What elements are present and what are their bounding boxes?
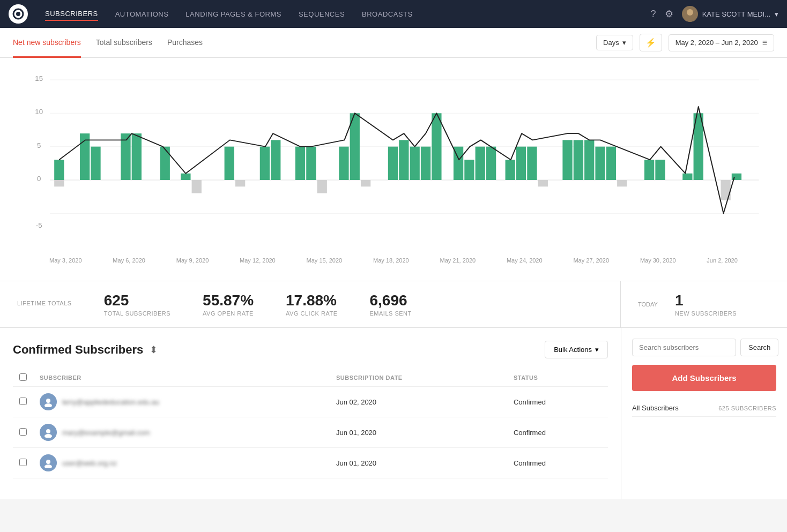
nav-item-subscribers[interactable]: SUBSCRIBERS (45, 8, 98, 21)
lifetime-stats: LIFETIME TOTALS 625 TOTAL SUBSCRIBERS 55… (0, 281, 621, 327)
chart-container: 15 10 5 0 -5 (17, 71, 770, 274)
search-input[interactable] (632, 339, 736, 356)
x-label-may6: May 6, 2020 (113, 257, 145, 264)
add-subscribers-button[interactable]: Add Subscribers (632, 365, 776, 391)
svg-rect-44 (516, 147, 526, 180)
user-menu[interactable]: KATE SCOTT MEDI... ▾ (682, 6, 778, 22)
nav-right-area: ? ⚙ KATE SCOTT MEDI... ▾ (651, 6, 778, 22)
svg-rect-31 (339, 147, 348, 180)
tab-purchases[interactable]: Purchases (167, 28, 203, 58)
svg-rect-51 (606, 147, 616, 180)
search-button[interactable]: Search (740, 339, 778, 356)
table-row[interactable]: mary@example@gmail.com Jun 01, 2020 Conf… (13, 417, 608, 448)
svg-rect-47 (562, 140, 572, 180)
status-cell: Confirmed (507, 448, 608, 478)
svg-point-63 (46, 460, 50, 464)
nav-item-broadcasts[interactable]: BROADCASTS (362, 8, 413, 20)
x-label-may18: May 18, 2020 (373, 257, 409, 264)
svg-rect-33 (361, 180, 370, 186)
dropdown-icon[interactable]: ▾ (775, 10, 778, 18)
svg-rect-45 (527, 147, 537, 180)
subscription-date: Jun 01, 2020 (330, 417, 507, 448)
svg-rect-16 (54, 180, 64, 186)
svg-rect-34 (388, 147, 398, 180)
navigation: SUBSCRIBERS AUTOMATIONS LANDING PAGES & … (0, 0, 787, 28)
svg-rect-41 (476, 147, 485, 180)
svg-point-3 (687, 9, 693, 16)
svg-rect-46 (538, 180, 548, 186)
x-label-jun2: Jun 2, 2020 (707, 257, 738, 264)
filter-button[interactable]: ⚡ (640, 34, 662, 51)
table-row[interactable]: user@web.org.nz Jun 01, 2020 Confirmed (13, 448, 608, 478)
avg-open-rate-stat: 55.87% AVG OPEN RATE (203, 292, 254, 317)
help-icon[interactable]: ? (651, 9, 656, 20)
svg-rect-54 (655, 160, 665, 180)
subscriber-email: terry@appliededucation.edu.au (62, 398, 159, 406)
subscriber-email: user@web.org.nz (62, 459, 117, 467)
avatar (40, 424, 57, 441)
svg-rect-49 (584, 140, 594, 180)
svg-point-4 (685, 16, 695, 22)
days-dropdown[interactable]: Days ▾ (596, 35, 633, 50)
svg-rect-21 (160, 147, 170, 180)
nav-item-automations[interactable]: AUTOMATIONS (115, 8, 169, 20)
svg-rect-18 (91, 147, 100, 180)
svg-rect-48 (574, 140, 583, 180)
svg-rect-26 (260, 147, 270, 180)
subscriber-count-badge: 625 SUBSCRIBERS (718, 405, 776, 411)
today-label-container: TODAY (638, 301, 658, 308)
x-label-may15: May 15, 2020 (307, 257, 343, 264)
select-all-checkbox[interactable] (19, 373, 27, 381)
table-row[interactable]: terry@appliededucation.edu.au Jun 02, 20… (13, 387, 608, 417)
svg-point-59 (46, 399, 50, 403)
svg-rect-25 (235, 180, 245, 186)
x-label-may27: May 27, 2020 (573, 257, 609, 264)
avatar (40, 454, 57, 471)
nav-item-landing-pages[interactable]: LANDING PAGES & FORMS (185, 8, 281, 20)
svg-point-60 (44, 403, 52, 407)
settings-icon[interactable]: ⚙ (665, 8, 673, 20)
date-range-text: May 2, 2020 – Jun 2, 2020 (675, 39, 758, 47)
svg-point-61 (46, 429, 50, 433)
logo[interactable] (9, 4, 28, 24)
subscription-date: Jun 02, 2020 (330, 387, 507, 417)
svg-text:10: 10 (35, 108, 43, 116)
subscriber-email: mary@example@gmail.com (62, 429, 150, 437)
all-subscribers-row[interactable]: All Subscribers 625 SUBSCRIBERS (632, 400, 776, 417)
svg-rect-30 (317, 180, 327, 193)
col-subscription-date: SUBSCRIPTION DATE (330, 369, 507, 387)
tab-total-subscribers[interactable]: Total subscribers (96, 28, 152, 58)
x-label-may9: May 9, 2020 (176, 257, 209, 264)
svg-rect-53 (644, 160, 654, 180)
chevron-down-icon: ▾ (622, 39, 626, 47)
row-checkbox-0[interactable] (19, 398, 27, 405)
avg-click-rate-stat: 17.88% AVG CLICK RATE (286, 292, 337, 317)
row-checkbox-1[interactable] (19, 428, 27, 436)
svg-rect-24 (225, 147, 234, 180)
avatar (40, 393, 57, 410)
days-label: Days (603, 39, 619, 47)
row-checkbox-2[interactable] (19, 459, 27, 466)
sort-icon[interactable]: ⬍ (150, 344, 158, 356)
tab-net-new-subscribers[interactable]: Net new subscribers (13, 28, 81, 58)
svg-rect-20 (132, 133, 142, 180)
svg-rect-36 (410, 147, 420, 180)
date-range-picker[interactable]: May 2, 2020 – Jun 2, 2020 ≡ (669, 34, 774, 51)
subscription-date: Jun 01, 2020 (330, 448, 507, 478)
svg-rect-42 (486, 147, 496, 180)
bulk-actions-button[interactable]: Bulk Actions ▾ (545, 341, 608, 358)
sidebar-section: Search Add Subscribers All Subscribers 6… (621, 328, 787, 499)
main-layout: Confirmed Subscribers ⬍ Bulk Actions ▾ S… (0, 328, 787, 499)
tabs-controls: Days ▾ ⚡ May 2, 2020 – Jun 2, 2020 ≡ (596, 34, 774, 51)
lifetime-label: LIFETIME TOTALS (17, 300, 72, 309)
bulk-actions-dropdown[interactable]: Bulk Actions ▾ (545, 341, 608, 358)
all-subscribers-label: All Subscribers (632, 404, 679, 412)
search-row: Search (632, 339, 776, 356)
menu-icon[interactable]: ≡ (762, 38, 767, 48)
nav-item-sequences[interactable]: SEQUENCES (299, 8, 345, 20)
x-label-may12: May 12, 2020 (240, 257, 276, 264)
subscriber-cell: user@web.org.nz (40, 454, 323, 471)
user-name: KATE SCOTT MEDI... (702, 10, 770, 18)
chevron-down-icon: ▾ (595, 346, 599, 354)
subscribers-table: SUBSCRIBER SUBSCRIPTION DATE STATUS terr… (13, 369, 608, 478)
